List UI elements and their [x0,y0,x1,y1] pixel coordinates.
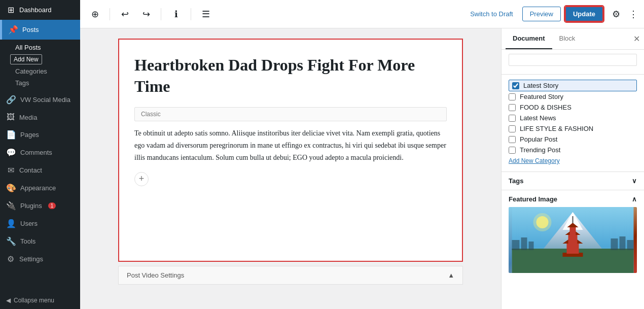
svg-rect-5 [521,237,527,250]
category-checkbox-latest-news[interactable] [509,115,516,122]
plugins-icon: 🔌 [6,201,16,211]
sidebar-item-add-new[interactable]: Add New [10,54,42,64]
svg-rect-8 [620,236,626,250]
list-view-button[interactable]: ☰ [197,6,214,23]
switch-to-draft-button[interactable]: Switch to Draft [465,7,518,21]
featured-image-thumbnail[interactable] [509,207,637,273]
sidebar-item-tools[interactable]: 🔧 Tools [0,232,80,250]
sidebar-item-tags[interactable]: Tags [10,77,80,89]
sidebar-appearance-label: Appearance [20,184,56,192]
classic-block[interactable]: Classic [134,107,447,121]
sidebar-item-pages[interactable]: 📄 Pages [0,126,80,144]
comments-icon: 💬 [6,148,16,157]
tags-section: Tags ∨ [502,172,644,190]
settings-gear-button[interactable]: ⚙ [607,6,625,23]
svg-rect-7 [611,238,618,250]
sidebar-item-all-posts[interactable]: All Posts [10,42,80,53]
sidebar-contact-label: Contact [19,166,42,174]
tab-block[interactable]: Block [552,28,583,49]
tab-document[interactable]: Document [506,28,552,49]
sidebar-item-categories[interactable]: Categories [10,65,80,77]
add-block-toolbar-button[interactable]: ⊕ [86,6,103,23]
svg-rect-9 [627,240,634,250]
svg-point-19 [533,213,552,231]
category-item-popular-post[interactable]: Popular Post [509,134,637,145]
sidebar-tools-label: Tools [20,237,35,245]
appearance-icon: 🎨 [6,183,16,193]
post-title[interactable]: Heartbroken Dad Drops Fight For More Tim… [134,55,447,97]
svg-rect-6 [529,242,534,250]
category-item-lifestyle[interactable]: LIFE STYLE & FASHION [509,123,637,134]
panel-tabs: Document Block ✕ [502,28,644,50]
sidebar-dashboard-label: Dashboard [19,6,52,14]
panel-scroll-area[interactable]: Latest Story Featured Story FOOD & DISHE… [502,50,644,309]
vw-social-icon: 🔗 [6,95,16,105]
category-checkbox-trending-post[interactable] [509,147,516,154]
category-item-food-dishes[interactable]: FOOD & DISHES [509,102,637,113]
sidebar-item-comments[interactable]: 💬 Comments [0,144,80,161]
post-editor[interactable]: Heartbroken Dad Drops Fight For More Tim… [118,39,463,262]
editor-panel: Heartbroken Dad Drops Fight For More Tim… [80,28,644,309]
collapse-arrow-icon: ◀ [6,297,11,304]
toolbar: ⊕ ↩ ↪ ℹ ☰ Switch to Draft Preview Update… [80,0,644,28]
svg-rect-13 [568,235,578,244]
sidebar-item-vw-social-media[interactable]: 🔗 VW Social Media [0,91,80,109]
sidebar-item-plugins[interactable]: 🔌 Plugins 1 [0,197,80,215]
category-checkbox-popular-post[interactable] [509,136,516,143]
sidebar-item-contact[interactable]: ✉ Contact [0,161,80,179]
pages-icon: 📄 [6,130,16,140]
preview-button[interactable]: Preview [522,7,561,21]
more-options-button[interactable]: ⋮ [629,9,638,20]
editor-area: Heartbroken Dad Drops Fight For More Tim… [80,28,501,309]
media-icon: 🖼 [6,113,15,122]
tags-label: Tags [509,177,523,185]
svg-rect-4 [512,240,520,250]
add-block-button[interactable]: + [134,172,149,186]
post-video-settings-label: Post Video Settings [127,271,184,279]
sidebar-item-dashboard[interactable]: ⊞ Dashboard [0,0,80,20]
sidebar-item-settings[interactable]: ⚙ Settings [0,250,80,268]
undo-button[interactable]: ↩ [116,6,133,23]
categories-search-input[interactable] [509,54,637,66]
add-new-category-link[interactable]: Add New Category [509,155,637,166]
sidebar-users-label: Users [20,220,38,227]
sidebar-item-users[interactable]: 👤 Users [0,215,80,232]
post-body[interactable]: Te obtinuit ut adepto satis somno. Aliis… [134,127,447,163]
info-button[interactable]: ℹ [167,6,185,23]
tools-icon: 🔧 [6,236,16,246]
contact-icon: ✉ [6,165,15,175]
redo-button[interactable]: ↪ [137,6,155,23]
category-checkbox-food-dishes[interactable] [509,104,516,111]
category-item-latest-story[interactable]: Latest Story [509,80,637,91]
featured-image-header: Featured Image ∧ [509,195,637,203]
category-checkbox-lifestyle[interactable] [509,125,516,132]
category-label-latest-story: Latest Story [523,82,558,89]
featured-image-svg [509,207,637,273]
category-item-latest-news[interactable]: Latest News [509,113,637,123]
category-item-featured-story[interactable]: Featured Story [509,91,637,102]
sidebar-plugins-label: Plugins [20,202,42,210]
toolbar-separator-2 [161,8,161,20]
posts-icon: 📌 [8,25,18,35]
update-button[interactable]: Update [565,6,603,22]
sidebar-media-label: Media [19,114,37,121]
svg-rect-11 [567,244,579,254]
sidebar-item-posts[interactable]: 📌 Posts [0,20,80,40]
post-video-settings-bar[interactable]: Post Video Settings ▲ [118,266,463,285]
users-icon: 👤 [6,219,16,228]
category-checkbox-latest-story[interactable] [512,82,519,89]
toolbar-separator-3 [191,8,191,20]
collapse-menu-button[interactable]: ◀ Collapse menu [0,292,80,309]
tags-chevron-icon: ∨ [632,177,637,185]
panel-close-button[interactable]: ✕ [633,34,640,44]
category-label-featured-story: Featured Story [520,93,563,100]
main-area: ⊕ ↩ ↪ ℹ ☰ Switch to Draft Preview Update… [80,0,644,309]
category-label-food-dishes: FOOD & DISHES [520,104,571,111]
category-checkbox-featured-story[interactable] [509,93,516,100]
post-video-chevron-icon: ▲ [448,271,454,279]
category-item-trending-post[interactable]: Trending Post [509,145,637,155]
featured-image-chevron-icon: ∧ [632,195,637,203]
sidebar-item-appearance[interactable]: 🎨 Appearance [0,179,80,197]
sidebar-item-media[interactable]: 🖼 Media [0,109,80,126]
featured-image-section: Featured Image ∧ [502,190,644,278]
